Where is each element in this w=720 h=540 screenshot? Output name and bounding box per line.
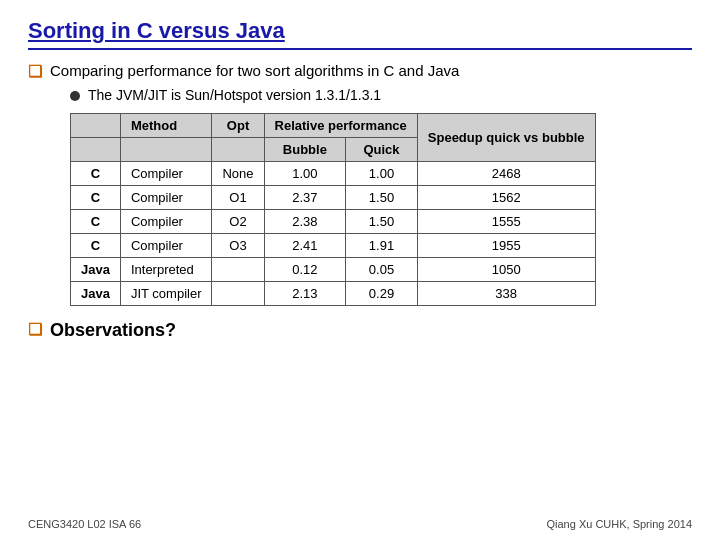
- cell-5-2: [212, 282, 264, 306]
- cell-2-4: 1.50: [346, 210, 418, 234]
- cell-5-4: 0.29: [346, 282, 418, 306]
- cell-0-3: 1.00: [264, 162, 346, 186]
- table-header-row-1: Method Opt Relative performance Speedup …: [71, 114, 596, 138]
- header-relative-performance: Relative performance: [264, 114, 417, 138]
- cell-1-4: 1.50: [346, 186, 418, 210]
- cell-5-1: JIT compiler: [120, 282, 212, 306]
- performance-table: Method Opt Relative performance Speedup …: [70, 113, 596, 306]
- cell-5-0: Java: [71, 282, 121, 306]
- header-opt: Opt: [212, 114, 264, 138]
- cell-3-0: C: [71, 234, 121, 258]
- cell-1-1: Compiler: [120, 186, 212, 210]
- header-quick: Quick: [346, 138, 418, 162]
- cell-4-4: 0.05: [346, 258, 418, 282]
- page-title: Sorting in C versus Java: [28, 18, 692, 50]
- cell-0-4: 1.00: [346, 162, 418, 186]
- cell-4-3: 0.12: [264, 258, 346, 282]
- table-row: CCompilerO12.371.501562: [71, 186, 596, 210]
- table-body: CCompilerNone1.001.002468CCompilerO12.37…: [71, 162, 596, 306]
- cell-2-3: 2.38: [264, 210, 346, 234]
- cell-3-5: 1955: [417, 234, 595, 258]
- footer-left: CENG3420 L02 ISA 66: [28, 518, 141, 530]
- main-point-text: Comparing performance for two sort algor…: [50, 62, 459, 79]
- header-method-2: [120, 138, 212, 162]
- cell-0-5: 2468: [417, 162, 595, 186]
- sub-point-text: The JVM/JIT is Sun/Hotspot version 1.3.1…: [88, 87, 381, 103]
- cell-3-2: O3: [212, 234, 264, 258]
- table-row: JavaJIT compiler2.130.29338: [71, 282, 596, 306]
- cell-1-2: O1: [212, 186, 264, 210]
- cell-3-3: 2.41: [264, 234, 346, 258]
- sub-point: The JVM/JIT is Sun/Hotspot version 1.3.1…: [70, 87, 692, 103]
- observations-text: Observations?: [50, 320, 176, 341]
- table-row: JavaInterpreted0.120.051050: [71, 258, 596, 282]
- footer-right: Qiang Xu CUHK, Spring 2014: [546, 518, 692, 530]
- cell-2-2: O2: [212, 210, 264, 234]
- cell-3-1: Compiler: [120, 234, 212, 258]
- observations-section: ❑ Observations?: [28, 320, 692, 341]
- table-row: CCompilerO32.411.911955: [71, 234, 596, 258]
- cell-1-0: C: [71, 186, 121, 210]
- cell-1-5: 1562: [417, 186, 595, 210]
- cell-0-2: None: [212, 162, 264, 186]
- footer: CENG3420 L02 ISA 66 Qiang Xu CUHK, Sprin…: [28, 518, 692, 530]
- cell-2-1: Compiler: [120, 210, 212, 234]
- cell-1-3: 2.37: [264, 186, 346, 210]
- cell-3-4: 1.91: [346, 234, 418, 258]
- cell-0-0: C: [71, 162, 121, 186]
- cell-4-2: [212, 258, 264, 282]
- data-table-wrapper: Method Opt Relative performance Speedup …: [70, 113, 692, 306]
- header-opt-2: [212, 138, 264, 162]
- sub-bullet-icon: [70, 91, 80, 101]
- cell-5-5: 338: [417, 282, 595, 306]
- header-empty-2: [71, 138, 121, 162]
- cell-4-1: Interpreted: [120, 258, 212, 282]
- header-speedup: Speedup quick vs bubble: [417, 114, 595, 162]
- cell-4-5: 1050: [417, 258, 595, 282]
- cell-4-0: Java: [71, 258, 121, 282]
- main-point: ❑ Comparing performance for two sort alg…: [28, 62, 692, 81]
- main-bullet: ❑: [28, 62, 42, 81]
- table-row: CCompilerO22.381.501555: [71, 210, 596, 234]
- header-method: Method: [120, 114, 212, 138]
- table-row: CCompilerNone1.001.002468: [71, 162, 596, 186]
- observations-bullet: ❑: [28, 320, 42, 339]
- header-empty-1: [71, 114, 121, 138]
- cell-0-1: Compiler: [120, 162, 212, 186]
- header-bubble: Bubble: [264, 138, 346, 162]
- cell-5-3: 2.13: [264, 282, 346, 306]
- cell-2-0: C: [71, 210, 121, 234]
- cell-2-5: 1555: [417, 210, 595, 234]
